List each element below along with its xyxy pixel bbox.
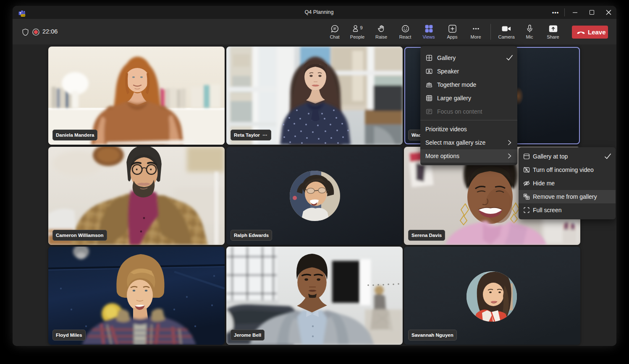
svg-text:9: 9 bbox=[360, 25, 362, 30]
svg-text:PRE: PRE bbox=[21, 14, 25, 16]
